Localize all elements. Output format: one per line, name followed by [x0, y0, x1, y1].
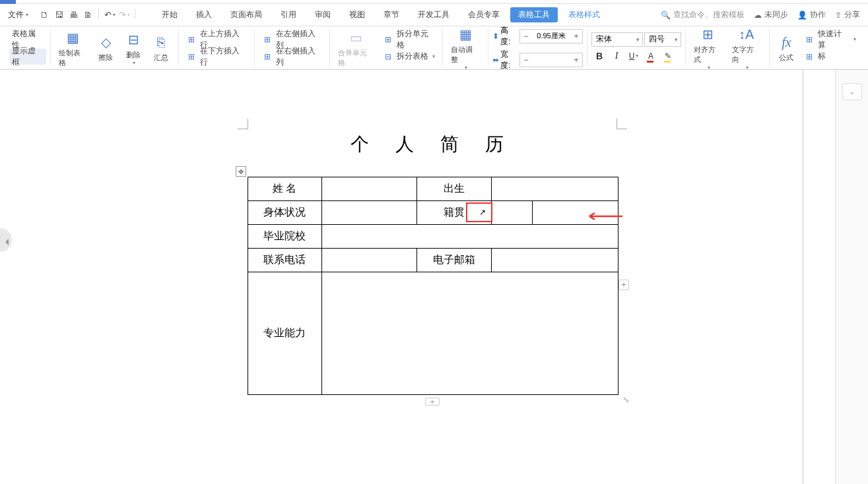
group-autofit: ▦ 自动调整 [443, 29, 488, 67]
share-label: 分享 [844, 9, 860, 20]
insert-col-right-button[interactable]: ⊞ 在右侧插入列 [259, 49, 326, 65]
tab-chapter[interactable]: 章节 [376, 4, 407, 26]
file-menu[interactable]: 文件 [3, 4, 34, 26]
split-table-button[interactable]: ⊟ 拆分表格 [380, 49, 439, 65]
menu-bar: 文件 🗋 🖫 🖶 🗎 ↶ ↷ 开始 插入 页面布局 引用 审阅 视图 章节 开发… [0, 4, 868, 26]
tab-table-style[interactable]: 表格样式 [560, 4, 608, 26]
sync-status[interactable]: ☁ 未同步 [754, 9, 788, 20]
tab-start[interactable]: 开始 [154, 4, 185, 26]
redo-button[interactable]: ↷ [117, 9, 131, 22]
group-font: 宋体 四号 B I U A ✎ [587, 29, 686, 67]
height-label: 高度: [500, 25, 518, 47]
width-label: 宽度: [500, 49, 518, 71]
delete-table-icon: ⊟ [124, 30, 143, 49]
split-table-icon: ⊟ [382, 51, 394, 63]
draw-table-button[interactable]: ▦ 绘制表格 [55, 27, 92, 69]
tab-references[interactable]: 引用 [273, 4, 304, 26]
delete-button[interactable]: ⊟ 删除 [120, 29, 147, 67]
insert-right-icon: ⊞ [261, 51, 273, 63]
qat-separator-2 [135, 9, 135, 19]
merge-cells-button: ▭ 合并单元格 [334, 27, 378, 69]
qat-new-icon[interactable]: 🗋 [38, 9, 51, 22]
insert-row-below-button[interactable]: ⊞ 在下方插入行 [183, 49, 250, 65]
height-icon: ⬍ [492, 32, 499, 41]
tab-view[interactable]: 视图 [341, 4, 373, 26]
height-minus[interactable]: − [520, 30, 532, 43]
merge-icon: ▭ [347, 28, 366, 47]
auto-adjust-button[interactable]: ▦ 自动调整 [447, 24, 484, 70]
qat-save-icon[interactable]: 🖫 [52, 9, 65, 22]
person-icon: 👤 [797, 11, 807, 20]
search-icon: 🔍 [661, 11, 671, 20]
group-size: ⬍ 高度: − + ⬌ 宽度: − + [488, 29, 587, 67]
title-row-icon: ⊞ [803, 51, 815, 63]
tab-insert[interactable]: 插入 [188, 4, 220, 26]
qat-preview-icon[interactable]: 🗎 [81, 9, 94, 22]
tab-member[interactable]: 会员专享 [460, 4, 508, 26]
group-formula: fx 公式 ⊞ 快速计算 ⊞ 标 [770, 29, 863, 67]
align-icon: ⊞ [699, 25, 718, 44]
summary-icon: ⎘ [152, 33, 170, 51]
font-color-button[interactable]: A [643, 48, 659, 64]
quick-access-toolbar: 🗋 🖫 🖶 🗎 ↶ ↷ [38, 9, 138, 22]
width-value[interactable] [532, 56, 570, 64]
search-placeholder: 查找命令、搜索模板 [673, 9, 745, 20]
ribbon-tabs: 开始 插入 页面布局 引用 审阅 视图 章节 开发工具 会员专享 表格工具 表格… [154, 4, 608, 26]
text-dir-icon: ↕A [737, 25, 756, 44]
height-spinner[interactable]: − + [519, 29, 583, 44]
text-direction-button[interactable]: ↕A 文字方向 [728, 24, 765, 70]
height-value[interactable] [532, 32, 570, 40]
group-insert-cols: ⊞ 在左侧插入列 ⊞ 在右侧插入列 [255, 29, 331, 67]
group-align: ⊞ 对齐方式 ↕A 文字方向 [686, 29, 770, 67]
font-family-combo[interactable]: 宋体 [591, 32, 643, 47]
undo-button[interactable]: ↶ [103, 9, 116, 22]
split-cells-button[interactable]: ⊞ 拆分单元格 [380, 32, 439, 47]
share-button[interactable]: ⇪ 分享 [835, 9, 860, 20]
eraser-icon: ◇ [96, 33, 115, 51]
group-insert-rows: ⊞ 在上方插入行 ⊞ 在下方插入行 [179, 29, 255, 67]
share-icon: ⇪ [835, 11, 842, 20]
underline-button[interactable]: U [626, 48, 642, 64]
eraser-button[interactable]: ◇ 擦除 [93, 32, 119, 64]
align-button[interactable]: ⊞ 对齐方式 [690, 24, 727, 70]
tab-review[interactable]: 审阅 [307, 4, 339, 26]
group-table-props: 表格属性 显示虚框 [5, 29, 51, 67]
grid-icon: ▦ [64, 28, 83, 47]
width-spinner[interactable]: − + [519, 53, 583, 67]
autofit-icon: ▦ [456, 25, 475, 44]
qat-separator [98, 9, 99, 19]
formula-button[interactable]: fx 公式 [774, 32, 800, 64]
tab-table-tools[interactable]: 表格工具 [510, 7, 558, 22]
tab-page-layout[interactable]: 页面布局 [222, 4, 270, 26]
height-plus[interactable]: + [570, 30, 582, 43]
search-box[interactable]: 🔍 查找命令、搜索模板 [661, 9, 745, 20]
collab-button[interactable]: 👤 协作 [797, 9, 826, 20]
show-gridlines-button[interactable]: 显示虚框 [9, 49, 46, 65]
summary-button[interactable]: ⎘ 汇总 [148, 32, 174, 64]
insert-left-icon: ⊞ [261, 34, 273, 45]
formula-icon: fx [777, 33, 795, 51]
split-cell-icon: ⊞ [382, 34, 394, 45]
ribbon: 表格属性 显示虚框 ▦ 绘制表格 ◇ 擦除 ⊟ 删除 ⎘ 汇总 [0, 26, 868, 70]
highlight-button[interactable]: ✎ [660, 48, 676, 64]
menubar-right: 🔍 查找命令、搜索模板 ☁ 未同步 👤 协作 ⇪ 分享 [661, 9, 865, 20]
italic-button[interactable]: I [609, 48, 624, 64]
width-minus[interactable]: − [520, 53, 532, 67]
calc-icon: ⊞ [803, 34, 815, 45]
sync-label: 未同步 [764, 9, 788, 20]
bold-button[interactable]: B [591, 48, 607, 64]
font-size-combo[interactable]: 四号 [644, 32, 681, 47]
group-merge: ▭ 合并单元格 ⊞ 拆分单元格 ⊟ 拆分表格 [330, 29, 443, 67]
quick-calc-button[interactable]: ⊞ 快速计算 [801, 32, 859, 47]
collab-label: 协作 [810, 9, 826, 20]
insert-above-icon: ⊞ [185, 34, 197, 45]
insert-below-icon: ⊞ [185, 51, 197, 63]
width-plus[interactable]: + [570, 53, 582, 67]
width-icon: ⬌ [492, 55, 499, 65]
cloud-icon: ☁ [754, 11, 762, 20]
group-draw: ▦ 绘制表格 ◇ 擦除 ⊟ 删除 ⎘ 汇总 [51, 29, 179, 67]
tab-dev-tools[interactable]: 开发工具 [410, 4, 457, 26]
qat-print-icon[interactable]: 🖶 [67, 9, 80, 22]
title-row-button[interactable]: ⊞ 标 [801, 49, 859, 65]
